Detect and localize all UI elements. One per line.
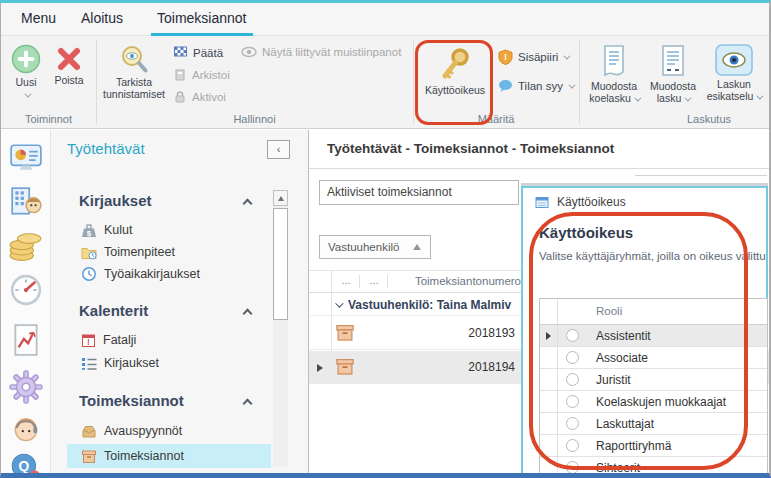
dropdown-caret-icon [568, 81, 575, 88]
esikatselu-label: Laskun esikatselu [707, 78, 754, 102]
nav-item-label: Fatalji [103, 333, 136, 347]
scrollbar-thumb[interactable] [273, 208, 288, 320]
group-label-toiminnot: Toiminnot [1, 113, 96, 125]
roles-table-header: Rooli [540, 299, 767, 325]
folder-clock-icon [81, 245, 97, 260]
tab-aloitus[interactable]: Aloitus [75, 3, 129, 36]
muodosta-lasku-button[interactable]: Muodosta lasku [647, 44, 699, 104]
radio-button[interactable] [566, 417, 579, 430]
indicator-cell [540, 391, 558, 412]
expense-weight-icon: $ [81, 223, 97, 238]
row-indicator-icon [317, 364, 323, 372]
group-by-chip[interactable]: Vastuuhenkilö [319, 235, 431, 259]
role-label: Associate [596, 351, 648, 365]
section-toimeksiannot: Toimeksiannot [79, 392, 184, 409]
laskun-esikatselu-button[interactable]: Laskun esikatselu [703, 44, 765, 102]
nav-item-avauspyynnot[interactable]: Avauspyynnöt [81, 419, 182, 443]
report-chart-icon[interactable] [9, 323, 43, 357]
dialog-title-bar[interactable]: Käyttöoikeus [523, 188, 766, 216]
nav-item-label: Avauspyynnöt [104, 424, 182, 438]
role-row-associate[interactable]: Associate [540, 347, 767, 369]
nav-item-toimenpiteet[interactable]: Toimenpiteet [81, 240, 175, 264]
role-label: Sihteerit [596, 461, 640, 475]
sort-asc-icon [413, 244, 421, 250]
radio-button[interactable] [566, 461, 579, 474]
eye-icon [241, 46, 257, 58]
indicator-cell [540, 325, 558, 346]
radio-button[interactable] [566, 395, 579, 408]
role-row-assistentit[interactable]: Assistentit [540, 325, 767, 347]
window-icon [535, 196, 549, 209]
assignment-number: 2018194 [337, 360, 515, 374]
contacts-module-icon[interactable] [9, 185, 43, 219]
column-header-ellipsis[interactable]: ... [361, 274, 387, 286]
column-header-ellipsis[interactable]: ... [333, 274, 359, 286]
chevron-up-icon[interactable] [243, 399, 253, 409]
nav-item-kulut[interactable]: $ Kulut [81, 218, 133, 242]
aktivoi-button[interactable]: Aktivoi [173, 90, 226, 104]
group-separator [96, 40, 97, 124]
gauge-icon[interactable] [9, 273, 43, 307]
filter-combobox[interactable]: Aktiiviset toimeksiannot [319, 180, 519, 205]
sisapiiri-label: Sisäpiiri [518, 51, 558, 63]
role-row-juristit[interactable]: Juristit [540, 369, 767, 391]
radio-button[interactable] [566, 439, 579, 452]
role-column-header[interactable]: Rooli [596, 305, 622, 317]
list-icon [81, 356, 97, 370]
column-header-toimeksiantonumero[interactable]: Toimeksiantonumero [401, 275, 521, 287]
finance-coins-icon[interactable] [9, 229, 43, 263]
kayttooikeus-label: Käyttöoikeus [425, 84, 485, 96]
tilan-syy-button[interactable]: Tilan syy [498, 79, 573, 93]
nav-item-kirjaukset-kalenteri[interactable]: Kirjaukset [81, 351, 159, 375]
nav-item-tyoaikakirjaukset[interactable]: Työaikakirjaukset [81, 262, 200, 286]
chevron-down-icon [335, 299, 343, 307]
role-row-raporttiryhma[interactable]: Raporttiryhmä [540, 435, 767, 457]
poista-label: Poista [54, 74, 83, 86]
role-row-sihteerit[interactable]: Sihteerit [540, 457, 767, 476]
indicator-cell [540, 347, 558, 368]
dashboard-module-icon[interactable] [9, 141, 43, 175]
nav-item-toimeksiannot-selected[interactable]: Toimeksiannot [67, 444, 271, 468]
scroll-up-arrow-icon[interactable] [273, 190, 288, 206]
tab-toimeksiannot[interactable]: Toimeksiannot [151, 3, 253, 36]
support-agent-icon[interactable] [9, 413, 43, 447]
radio-button[interactable] [566, 373, 579, 386]
nav-item-label: Kulut [104, 223, 133, 237]
dropdown-caret-icon [564, 52, 571, 59]
indicator-cell [540, 413, 558, 434]
paata-button[interactable]: Päätä [173, 46, 223, 60]
tarkista-label: Tarkista tunnistamiset [103, 76, 165, 100]
q-bubble-icon[interactable]: Q [9, 451, 43, 473]
sisapiiri-button[interactable]: ! Sisäpiiri [498, 49, 568, 65]
navigation-panel: Työtehtävät ‹ Kirjaukset $ Kulut Toimenp… [51, 130, 309, 473]
collapse-panel-button[interactable]: ‹ [267, 140, 290, 159]
svg-text:$: $ [87, 228, 92, 237]
preview-eye-icon [715, 44, 753, 76]
calendar-alert-icon: ! [81, 333, 96, 348]
chevron-up-icon[interactable] [243, 309, 253, 319]
radio-button[interactable] [566, 351, 579, 364]
kayttooikeus-button[interactable]: Käyttöoikeus [421, 46, 489, 96]
nayta-muistiinpanot-button[interactable]: Näytä liittyvät muistiinpanot [241, 46, 401, 58]
settings-gear-icon[interactable] [9, 370, 43, 404]
role-row-koelaskujen-muokkaajat[interactable]: Koelaskujen muokkaajat [540, 391, 767, 413]
poista-button[interactable]: Poista [47, 46, 91, 86]
muodosta-koelasku-button[interactable]: Muodosta koelasku [585, 44, 643, 104]
dropdown-caret-icon [757, 93, 764, 100]
archive-icon [173, 68, 187, 82]
dialog-window-title: Käyttöoikeus [557, 195, 626, 209]
nav-scrollbar[interactable] [273, 190, 288, 467]
arkistoi-button[interactable]: Arkistoi [173, 68, 230, 82]
nav-item-label: Työaikakirjaukset [104, 267, 200, 281]
tarkista-tunnistamiset-button[interactable]: Tarkista tunnistamiset [101, 44, 167, 100]
group-label-hallinnoi: Hallinnoi [96, 113, 413, 125]
tab-menu[interactable]: Menu [15, 3, 62, 36]
role-row-laskuttajat[interactable]: Laskuttajat [540, 413, 767, 435]
radio-button[interactable] [566, 329, 579, 342]
chevron-up-icon[interactable] [243, 199, 253, 209]
nav-item-fatalji[interactable]: ! Fatalji [81, 328, 136, 352]
group-separator [413, 40, 414, 124]
uusi-button[interactable]: Uusi [5, 44, 47, 100]
app-window: Menu Aloitus Toimeksiannot Uusi Poista T… [0, 0, 771, 478]
dialog-description: Valitse käyttäjäryhmät, joilla on oikeus… [539, 250, 766, 262]
